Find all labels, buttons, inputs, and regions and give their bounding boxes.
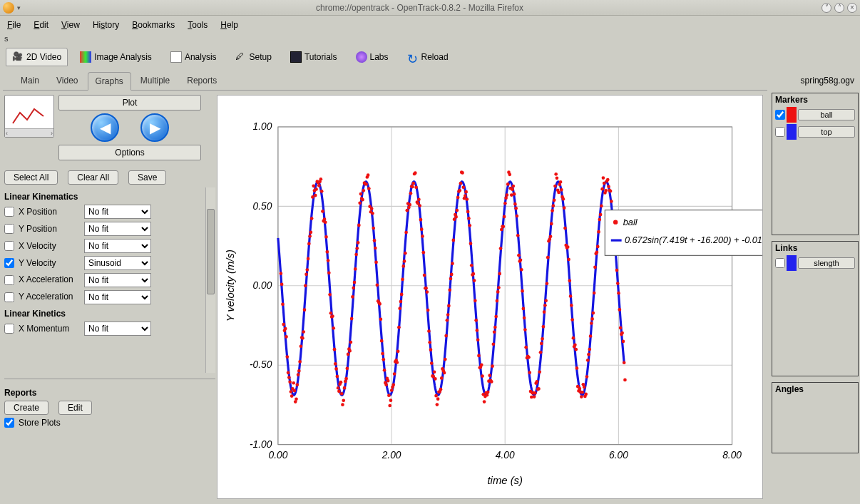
markers-header: Markers — [772, 93, 858, 106]
save-button[interactable]: Save — [128, 170, 166, 185]
svg-point-78 — [331, 314, 334, 318]
marker-ball-button[interactable]: ball — [798, 109, 855, 120]
svg-point-305 — [537, 387, 541, 391]
svg-point-206 — [447, 304, 451, 308]
svg-point-71 — [324, 235, 328, 239]
xacc-check[interactable] — [4, 275, 14, 285]
subtab-video[interactable]: Video — [48, 71, 86, 90]
tab-reload[interactable]: ↻ Reload — [401, 48, 455, 66]
sub-tabs: Main Video Graphs Multiple Reports — [3, 71, 767, 90]
svg-point-33 — [290, 394, 294, 398]
subtab-graphs[interactable]: Graphs — [88, 72, 131, 91]
subtab-main[interactable]: Main — [13, 71, 47, 90]
svg-point-276 — [511, 187, 514, 191]
svg-point-142 — [389, 398, 393, 402]
plot-button[interactable]: Plot — [58, 95, 201, 110]
svg-point-260 — [496, 290, 500, 294]
tab-labs[interactable]: Labs — [349, 48, 395, 66]
tab-setup[interactable]: 🖊 Setup — [229, 48, 278, 66]
store-plots-check[interactable] — [4, 418, 14, 428]
panel-scrollbar[interactable] — [205, 187, 215, 373]
tab-tutorials[interactable]: Tutorials — [284, 48, 344, 66]
xpos-fit[interactable]: No fit — [84, 205, 151, 219]
svg-point-60 — [314, 187, 318, 191]
svg-point-124 — [373, 239, 377, 242]
ypos-fit[interactable]: No fit — [84, 222, 151, 236]
window-titlebar: ▾ chrome://opentrack - OpenTrack-0.8.2 -… — [0, 0, 860, 16]
clear-all-button[interactable]: Clear All — [68, 170, 118, 185]
link-slength-check[interactable] — [775, 258, 785, 268]
svg-point-186 — [429, 348, 433, 351]
svg-point-50 — [305, 268, 309, 272]
ypos-check[interactable] — [4, 224, 14, 234]
svg-point-160 — [406, 209, 409, 212]
tab-2d-video[interactable]: 🎥 2D Video — [6, 48, 68, 66]
marker-top-button[interactable]: top — [798, 126, 855, 138]
yacc-check[interactable] — [4, 292, 14, 302]
svg-point-239 — [477, 354, 481, 358]
edit-button[interactable]: Edit — [58, 401, 92, 415]
menu-bookmarks[interactable]: Bookmarks — [132, 20, 175, 30]
prev-button[interactable]: ◀ — [91, 113, 119, 142]
svg-point-85 — [337, 390, 341, 394]
tab-image-analysis[interactable]: Image Analysis — [73, 48, 158, 66]
marker-ball-check[interactable] — [775, 110, 785, 120]
svg-point-259 — [496, 299, 499, 303]
svg-point-153 — [399, 300, 403, 304]
next-button[interactable]: ▶ — [140, 113, 169, 142]
svg-point-255 — [491, 342, 495, 346]
menu-view[interactable]: View — [61, 20, 80, 30]
svg-point-146 — [393, 372, 396, 376]
menu-file[interactable]: File — [7, 20, 21, 30]
subtab-reports[interactable]: Reports — [179, 71, 225, 90]
slength-swatch — [787, 255, 797, 271]
linear-kinematics-header: Linear Kinematics — [4, 192, 215, 202]
svg-point-100 — [351, 295, 354, 299]
svg-point-233 — [471, 272, 475, 276]
marker-top-check[interactable] — [775, 127, 785, 137]
svg-point-333 — [563, 206, 566, 210]
minimize-button[interactable]: ˅ — [821, 3, 831, 13]
svg-point-174 — [418, 204, 421, 207]
yvel-fit[interactable]: Sinusoid — [84, 256, 151, 270]
xmom-check[interactable] — [4, 324, 14, 334]
svg-point-358 — [585, 375, 589, 379]
menu-history[interactable]: History — [93, 20, 119, 30]
subtab-multiple[interactable]: Multiple — [133, 71, 178, 90]
xacc-fit[interactable]: No fit — [84, 273, 151, 287]
select-all-button[interactable]: Select All — [4, 170, 58, 185]
xvel-check[interactable] — [4, 241, 14, 251]
svg-point-41 — [297, 369, 301, 373]
close-button[interactable]: × — [847, 3, 857, 13]
svg-point-97 — [348, 349, 352, 353]
svg-point-75 — [328, 293, 332, 297]
thumbnail-scroll[interactable]: ‹› — [5, 128, 53, 137]
maximize-button[interactable]: ˄ — [834, 3, 844, 13]
svg-point-145 — [391, 384, 395, 387]
links-panel: Links slength — [772, 241, 859, 376]
svg-point-141 — [388, 404, 391, 408]
options-button[interactable]: Options — [58, 145, 201, 160]
xpos-check[interactable] — [4, 207, 14, 217]
xmom-fit[interactable]: No fit — [84, 322, 151, 336]
svg-point-83 — [335, 375, 339, 379]
menu-help[interactable]: Help — [220, 20, 238, 30]
svg-point-237 — [476, 329, 479, 332]
svg-text:0.672sin(7.419t + -16.200) + -: 0.672sin(7.419t + -16.200) + -0.017 — [625, 235, 762, 245]
yvel-check[interactable] — [4, 258, 14, 268]
svg-point-257 — [493, 326, 497, 329]
svg-point-282 — [516, 234, 520, 237]
menu-tools[interactable]: Tools — [188, 20, 208, 30]
yacc-fit[interactable]: No fit — [84, 290, 151, 304]
svg-point-245 — [483, 400, 486, 403]
markers-panel: Markers ball top — [772, 93, 859, 235]
create-button[interactable]: Create — [4, 401, 48, 415]
svg-point-29 — [287, 371, 290, 375]
xvel-fit[interactable]: No fit — [84, 239, 151, 253]
store-plots-label: Store Plots — [19, 418, 61, 428]
menu-edit[interactable]: Edit — [34, 20, 48, 30]
menu-bar: File Edit View History Bookmarks Tools H… — [0, 16, 860, 34]
tab-analysis[interactable]: Analysis — [164, 48, 223, 66]
link-slength-button[interactable]: slength — [798, 257, 855, 269]
graph-thumbnail[interactable]: ‹› — [4, 95, 54, 138]
